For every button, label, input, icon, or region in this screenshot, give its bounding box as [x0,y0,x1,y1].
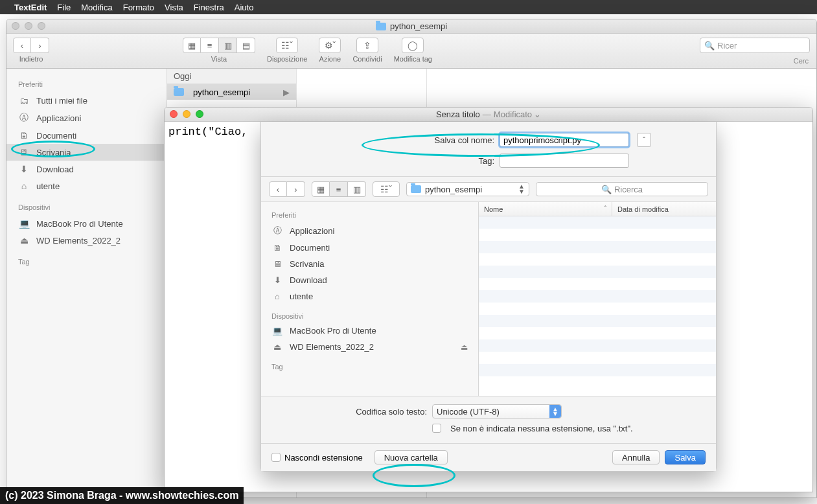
item-label: utente [290,292,313,301]
laptop-icon: 💻 [271,326,283,336]
hide-extension-checkbox[interactable] [271,453,281,462]
documents-icon: 🗎 [18,130,30,141]
sidebar-item-downloads[interactable]: ⬇Download [6,161,167,178]
sidebar-item-all-files[interactable]: 🗂Tutti i miei file [6,92,167,109]
nav-back-button[interactable]: ‹ [269,181,287,197]
menu-file[interactable]: File [57,3,71,12]
textedit-modified-label: Modificato [494,109,532,119]
save-sidebar-downloads[interactable]: ⬇Download [261,272,478,288]
nav-view-columns-button[interactable]: ▥ [348,181,366,197]
menu-edit[interactable]: Modifica [81,3,112,12]
use-txt-checkbox[interactable] [432,424,441,433]
app-menu[interactable]: TextEdit [14,3,47,12]
save-sidebar-documents[interactable]: 🗎Documenti [261,240,478,256]
menu-format[interactable]: Formato [123,3,154,12]
save-sidebar-desktop[interactable]: 🖥Scrivania [261,256,478,272]
btn-label: Salva [674,453,696,463]
zoom-icon[interactable] [196,110,203,118]
minimize-icon[interactable] [25,22,32,30]
close-icon[interactable] [170,110,178,118]
save-search-placeholder: Ricerca [614,185,643,194]
column-head-today: Oggi [167,69,296,84]
action-button[interactable]: ⚙ˇ [319,38,341,53]
updown-icon: ▲▼ [518,184,525,194]
item-label: Download [290,275,327,285]
arrange-button[interactable]: ☷ˇ [276,38,298,53]
column-row-python-esempi[interactable]: python_esempi ▶ [167,84,296,100]
menu-help[interactable]: Aiuto [235,3,254,12]
column-header-name[interactable]: Nomeˆ [479,202,612,216]
folder-icon [411,185,421,193]
finder-toolbar: ‹ › Indietro ▦ ≡ ▥ ▤ Vista ☷ˇ Disposizio… [6,34,816,69]
sidebar-item-applications[interactable]: ⒶApplicazioni [6,109,167,127]
save-button[interactable]: Salva [665,450,706,464]
desktop-icon: 🖥 [271,259,283,269]
encoding-select[interactable]: Unicode (UTF-8) ▲▼ [432,404,562,418]
apps-icon: Ⓐ [18,112,30,124]
save-search-field[interactable]: 🔍 Ricerca [536,182,708,196]
sidebar-label: Applicazioni [36,113,81,123]
action-label: Azione [319,55,341,63]
tags-label: Modifica tag [394,55,432,63]
search-icon: 🔍 [601,185,612,194]
eject-icon[interactable]: ⏏ [461,343,468,352]
folder-icon [174,88,184,96]
folder-icon [376,23,386,30]
nav-forward-button[interactable]: › [287,181,305,197]
view-gallery-button[interactable]: ▤ [237,38,255,53]
home-icon: ⌂ [271,292,283,301]
menu-window[interactable]: Finestra [194,3,224,12]
nav-view-list-button[interactable]: ≡ [330,181,348,197]
share-button[interactable]: ⇪ [356,38,378,53]
arrange-label: Disposizione [267,55,307,63]
finder-search-field[interactable]: 🔍 Ricer [700,38,810,53]
save-tag-input[interactable] [500,154,629,168]
new-folder-button[interactable]: Nuova cartella [374,450,448,464]
sidebar-item-desktop[interactable]: 🖥Scrivania [6,144,167,161]
downloads-icon: ⬇ [271,275,283,285]
view-label: Vista [211,55,227,63]
save-sidebar-home[interactable]: ⌂utente [261,288,478,304]
save-sidebar-applications[interactable]: ⒶApplicazioni [261,222,478,240]
documents-icon: 🗎 [271,243,283,253]
sidebar-label: Tutti i miei file [36,96,87,106]
save-name-label: Salva col nome: [326,135,494,145]
path-popup-button[interactable]: python_esempi ▲▼ [406,182,529,196]
nav-group-button[interactable]: ☷ˇ [373,181,400,197]
chevron-down-icon[interactable]: ⌄ [534,109,541,119]
nav-view-icons-button[interactable]: ▦ [312,181,330,197]
column-header-modified[interactable]: Data di modifica [612,202,716,216]
chevron-right-icon: ▶ [283,87,290,97]
menu-view[interactable]: Vista [165,3,183,12]
back-button[interactable]: ‹ [13,38,31,53]
save-sidebar-head-tag: Tag [261,360,478,373]
sidebar-head-devices: Dispositivi [6,201,167,215]
expand-button[interactable]: ˆ [637,133,651,147]
save-sidebar-macbook[interactable]: 💻MacBook Pro di Utente [261,323,478,339]
edit-tags-button[interactable]: ◯ [402,38,424,53]
save-name-input[interactable] [500,133,629,147]
sidebar-label: utente [36,181,60,191]
sidebar-item-documents[interactable]: 🗎Documenti [6,127,167,144]
minimize-icon[interactable] [183,110,190,118]
extension-note: Se non è indicata nessuna estensione, us… [450,424,633,433]
finder-title-text: python_esempi [390,21,447,31]
view-columns-button[interactable]: ▥ [219,38,237,53]
all-files-icon: 🗂 [18,95,30,106]
close-icon[interactable] [12,22,19,30]
textedit-document-body[interactable]: print("Ciao, [165,122,262,142]
view-list-button[interactable]: ≡ [201,38,219,53]
column-row-label: python_esempi [193,87,250,97]
external-disk-icon: ⏏ [271,342,283,352]
textedit-title-text: Senza titolo [436,109,480,119]
view-icons-button[interactable]: ▦ [183,38,201,53]
cancel-button[interactable]: Annulla [612,450,660,464]
zoom-icon[interactable] [38,22,45,30]
sidebar-item-home[interactable]: ⌂utente [6,178,167,194]
sidebar-item-external-disk[interactable]: ⏏WD Elements_2022_2 [6,232,167,249]
sidebar-item-macbook[interactable]: 💻MacBook Pro di Utente [6,215,167,232]
save-sidebar-external-disk[interactable]: ⏏WD Elements_2022_2⏏ [261,339,478,355]
forward-button[interactable]: › [31,38,49,53]
file-list-empty [479,216,716,396]
laptop-icon: 💻 [18,218,30,229]
